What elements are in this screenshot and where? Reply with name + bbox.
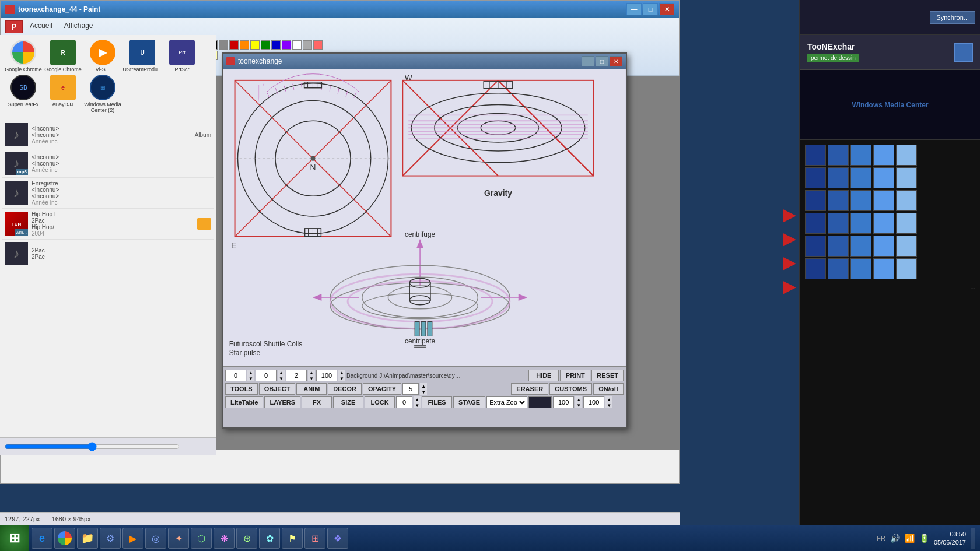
show-desktop-btn[interactable]: [971, 528, 975, 549]
toon-minimize-btn[interactable]: —: [582, 56, 594, 66]
arrow-right-3[interactable]: ▶: [783, 252, 796, 272]
customs-btn[interactable]: CUSTOMS: [550, 383, 592, 395]
lock-btn[interactable]: LOCK: [365, 396, 395, 408]
network-icon[interactable]: 📶: [905, 534, 915, 543]
swatch-5-4[interactable]: [873, 236, 894, 257]
swatch-4-2[interactable]: [828, 213, 849, 234]
print-btn[interactable]: PRINT: [560, 370, 590, 381]
object-btn[interactable]: OBJECT: [259, 383, 296, 395]
opacity-down-btn[interactable]: ▼: [338, 375, 345, 381]
x-up-btn[interactable]: ▲: [247, 370, 254, 375]
swatch-6-4[interactable]: [873, 258, 894, 279]
zoom1-up-btn[interactable]: ▲: [575, 396, 582, 402]
swatch-4-1[interactable]: [805, 213, 826, 234]
zoom1-input[interactable]: 100: [553, 396, 574, 408]
swatch-5-5[interactable]: [896, 236, 917, 257]
taskbar-app-12[interactable]: ⚑: [282, 528, 303, 549]
ebaydj-app[interactable]: e eBayDJJ: [44, 75, 82, 113]
swatch-2-2[interactable]: [828, 167, 849, 188]
swatch-6-3[interactable]: [850, 258, 872, 279]
start-button[interactable]: ⊞: [0, 525, 29, 552]
arrow-right-2[interactable]: ▶: [783, 228, 796, 248]
paint-app-menu[interactable]: P: [5, 20, 23, 33]
val2-input[interactable]: 0: [396, 396, 412, 408]
val1-input[interactable]: 5: [402, 383, 419, 395]
swatch-1-4[interactable]: [873, 145, 894, 166]
system-clock[interactable]: 03:50 05/06/2017: [934, 530, 966, 547]
stage-btn[interactable]: STAGE: [453, 396, 485, 408]
swatch-5-3[interactable]: [850, 236, 872, 257]
swatch-5-1[interactable]: [805, 236, 826, 257]
zoom2-input[interactable]: 100: [583, 396, 604, 408]
swatch-1-1[interactable]: [805, 145, 826, 166]
toon-close-btn[interactable]: ✕: [610, 56, 622, 66]
music-item-4[interactable]: FUN wm... Hip Hop L 2Pac Hip Hop/ 2004: [2, 209, 214, 240]
music-item-1[interactable]: ♪ <Inconnu> <Inconnu> Année inc Album: [2, 121, 214, 149]
superbeatfx-app[interactable]: SB SuperBeatFx: [5, 75, 42, 113]
swatch-4-4[interactable]: [873, 213, 894, 234]
color-light-red[interactable]: [313, 40, 323, 50]
swatch-4-5[interactable]: [896, 213, 917, 234]
swatch-6-5[interactable]: [896, 258, 917, 279]
swatch-1-2[interactable]: [828, 145, 849, 166]
swatch-6-2[interactable]: [828, 258, 849, 279]
paint-close-btn[interactable]: ✕: [659, 3, 674, 15]
taskbar-chrome[interactable]: [54, 528, 75, 549]
color-light-gray[interactable]: [303, 40, 312, 50]
swatch-1-3[interactable]: [850, 145, 872, 166]
x-input[interactable]: 0: [225, 370, 246, 381]
swatch-3-4[interactable]: [873, 190, 894, 211]
val2-up-btn[interactable]: ▲: [414, 396, 421, 402]
music-item-5[interactable]: ♪ 2Pac 2Pac: [2, 240, 214, 268]
color-green[interactable]: [261, 40, 270, 50]
swatch-2-4[interactable]: [873, 167, 894, 188]
color-blue[interactable]: [271, 40, 281, 50]
battery-icon[interactable]: 🔋: [919, 534, 929, 543]
scroll-bar[interactable]: [5, 442, 180, 451]
zoom1-down-btn[interactable]: ▼: [575, 402, 582, 408]
swatch-3-5[interactable]: [896, 190, 917, 211]
swatch-5-2[interactable]: [828, 236, 849, 257]
z-down-btn[interactable]: ▼: [308, 375, 315, 381]
opacity-input[interactable]: 100: [316, 370, 337, 381]
taskbar-app-7[interactable]: ✦: [168, 528, 189, 549]
paint-minimize-btn[interactable]: —: [626, 3, 642, 15]
fx-btn[interactable]: FX: [302, 396, 332, 408]
permit-btn[interactable]: permet de dessin: [807, 54, 859, 62]
decor-btn[interactable]: DECOR: [328, 383, 362, 395]
eraser-btn[interactable]: ERASER: [511, 383, 548, 395]
swatch-3-3[interactable]: [850, 190, 872, 211]
color-white[interactable]: [292, 40, 302, 50]
files-btn[interactable]: FILES: [422, 396, 452, 408]
wmc-app[interactable]: ⊞ Windows Media Center (2): [84, 75, 121, 113]
prtscr-app[interactable]: Prt PrtScr: [163, 40, 201, 72]
recuva-app[interactable]: R Google Chrome: [44, 40, 82, 72]
taskbar-app-9[interactable]: ❋: [214, 528, 235, 549]
color-swatch[interactable]: [528, 396, 552, 408]
arrow-right-4[interactable]: ▶: [783, 276, 796, 296]
swatch-2-5[interactable]: [896, 167, 917, 188]
chrome-app[interactable]: Google Chrome: [5, 40, 42, 72]
swatch-2-1[interactable]: [805, 167, 826, 188]
opacity-btn[interactable]: OPACITY: [363, 383, 401, 395]
layers-btn[interactable]: LAYERS: [264, 396, 300, 408]
taskbar-app-13[interactable]: ⊞: [304, 528, 326, 549]
menu-affichage[interactable]: Affichage: [60, 20, 98, 33]
color-yellow[interactable]: [250, 40, 260, 50]
onoff-btn[interactable]: ON/off: [593, 383, 624, 395]
taskbar-app-8[interactable]: ⬡: [191, 528, 212, 549]
zoom2-down-btn[interactable]: ▼: [606, 402, 612, 408]
taskbar-ie[interactable]: e: [32, 528, 52, 549]
taskbar-app-11[interactable]: ✿: [259, 528, 280, 549]
music-item-3[interactable]: ♪ Enregistre <Inconnu> <Inconnu> Année i…: [2, 178, 214, 209]
opacity-up-btn[interactable]: ▲: [338, 370, 345, 375]
volume-icon[interactable]: 🔊: [890, 534, 900, 543]
taskbar-app-10[interactable]: ⊕: [236, 528, 257, 549]
swatch-3-2[interactable]: [828, 190, 849, 211]
menu-accueil[interactable]: Accueil: [25, 20, 57, 33]
reset-btn[interactable]: RESET: [592, 370, 624, 381]
x-down-btn[interactable]: ▼: [247, 375, 254, 381]
litetable-btn[interactable]: LiteTable: [225, 396, 263, 408]
y-input[interactable]: 0: [256, 370, 276, 381]
tools-btn[interactable]: TOOLS: [225, 383, 258, 395]
